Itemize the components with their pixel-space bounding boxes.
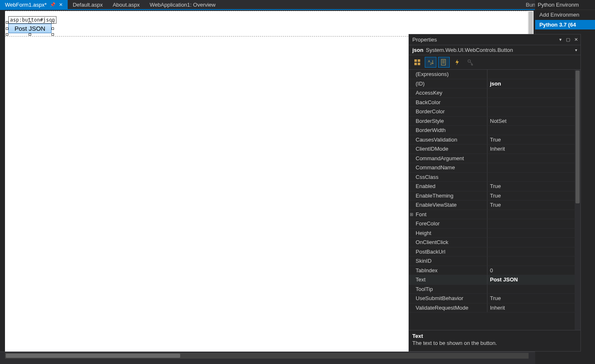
property-row[interactable]: EnableViewStateTrue [409,200,575,210]
pin-icon[interactable]: 📌 [50,2,56,7]
property-value[interactable]: Inherit [487,144,575,154]
property-value[interactable] [487,229,575,238]
property-row[interactable]: AccessKey [409,88,575,98]
properties-description: Text The text to be shown on the button. [409,330,580,351]
property-value[interactable]: 0 [487,266,575,275]
tab-default[interactable]: Default.aspx [68,0,108,9]
property-row[interactable]: CommandName [409,163,575,173]
property-row[interactable]: BackColor [409,98,575,107]
property-name: BorderStyle [414,118,487,124]
tab-overview[interactable]: WebApplication1: Overview [145,0,221,9]
property-row[interactable]: EnabledTrue [409,182,575,191]
property-row[interactable]: ForeColor [409,219,575,229]
property-value[interactable] [487,163,575,172]
property-row[interactable]: BorderWidth [409,126,575,135]
property-name: Enabled [414,183,487,189]
resize-handle-ne[interactable] [51,21,54,24]
property-row[interactable]: (Expressions) [409,70,575,79]
property-value[interactable]: True [487,191,575,200]
resize-handle-nw[interactable] [6,21,8,24]
properties-object-type: System.Web.UI.WebControls.Button [426,47,513,53]
property-value[interactable]: True [487,135,575,144]
properties-desc-name: Text [412,333,577,339]
property-value[interactable] [487,70,575,79]
property-value[interactable]: Inherit [487,303,575,313]
property-row[interactable]: BorderColor [409,107,575,117]
asp-button-preview[interactable]: Post JSON [8,24,51,33]
designer-selected-control[interactable]: Post JSON [8,24,51,33]
categorized-icon[interactable] [411,57,423,68]
property-row[interactable]: TabIndex0 [409,266,575,276]
property-name: Text [414,276,487,283]
designer-horizontal-scrollbar[interactable] [5,353,529,359]
property-name: BorderColor [414,108,487,115]
property-value[interactable]: True [487,182,575,191]
resize-handle-w[interactable] [6,27,8,30]
alphabetical-icon[interactable]: AZ [425,57,436,68]
properties-object-selector[interactable]: json System.Web.UI.WebControls.Button ▾ [409,45,580,55]
property-row[interactable]: CommandArgument [409,154,575,164]
properties-page-icon[interactable] [438,57,450,68]
property-value[interactable] [487,219,575,228]
property-value[interactable]: True [487,200,575,210]
property-name: UseSubmitBehavior [414,295,487,301]
property-value[interactable] [487,126,575,135]
designer-selector-tag[interactable]: asp:button#json [8,16,56,24]
svg-rect-6 [441,59,446,65]
scrollbar-thumb[interactable] [575,71,580,203]
panel-close-icon[interactable]: ✕ [574,37,578,42]
resize-handle-se[interactable] [51,33,54,36]
resize-handle-n[interactable] [29,21,31,24]
property-value[interactable] [487,285,575,294]
chevron-down-icon[interactable]: ▾ [575,48,577,52]
property-value[interactable]: json [487,79,575,88]
property-row[interactable]: CausesValidationTrue [409,135,575,145]
events-icon[interactable] [451,57,463,68]
property-row[interactable]: ⊞Font [409,210,575,220]
property-value[interactable] [487,88,575,98]
property-row[interactable]: UseSubmitBehaviorTrue [409,294,575,303]
property-row[interactable]: BorderStyleNotSet [409,117,575,126]
scrollbar-thumb[interactable] [6,354,180,358]
python-env-add[interactable]: Add Environmen [535,10,595,20]
property-value[interactable] [487,98,575,107]
property-value[interactable]: NotSet [487,117,575,126]
property-row[interactable]: CssClass [409,173,575,182]
resize-handle-s[interactable] [29,33,31,36]
property-value[interactable] [487,238,575,247]
property-name: ForeColor [414,220,487,227]
property-value[interactable]: True [487,294,575,303]
property-row[interactable]: SkinID [409,257,575,266]
close-icon[interactable]: ✕ [59,2,63,7]
property-value[interactable] [487,154,575,163]
property-key-icon[interactable] [465,57,476,68]
property-row[interactable]: ToolTip [409,285,575,294]
tab-about[interactable]: About.aspx [108,0,144,9]
property-name: BackColor [414,99,487,105]
property-value[interactable]: Post JSON [487,275,575,284]
property-value[interactable] [487,210,575,219]
properties-titlebar[interactable]: Properties ▾ ▢ ✕ [409,34,580,45]
tab-active[interactable]: WebForm1.aspx* 📌 ✕ [0,0,68,9]
property-value[interactable] [487,173,575,182]
property-value[interactable] [487,257,575,266]
property-row[interactable]: ClientIDModeInherit [409,144,575,154]
property-row[interactable]: TextPost JSON [409,275,575,285]
properties-vertical-scrollbar[interactable] [575,70,580,330]
resize-handle-e[interactable] [51,27,54,30]
property-name: EnableViewState [414,202,487,208]
property-value[interactable] [487,107,575,116]
resize-handle-sw[interactable] [6,33,8,36]
property-row[interactable]: Height [409,229,575,238]
python-env-selected[interactable]: Python 3.7 (64 [535,20,595,29]
tab-label: WebApplication1: Overview [150,2,216,8]
property-row[interactable]: PostBackUrl [409,247,575,257]
property-value[interactable] [487,247,575,257]
property-row[interactable]: EnableThemingTrue [409,191,575,201]
property-row[interactable]: (ID)json [409,79,575,89]
property-row[interactable]: ValidateRequestModeInherit [409,303,575,313]
panel-maximize-icon[interactable]: ▢ [566,37,570,42]
panel-dropdown-icon[interactable]: ▾ [559,37,562,42]
expand-icon[interactable]: ⊞ [409,212,414,217]
property-row[interactable]: OnClientClick [409,238,575,247]
